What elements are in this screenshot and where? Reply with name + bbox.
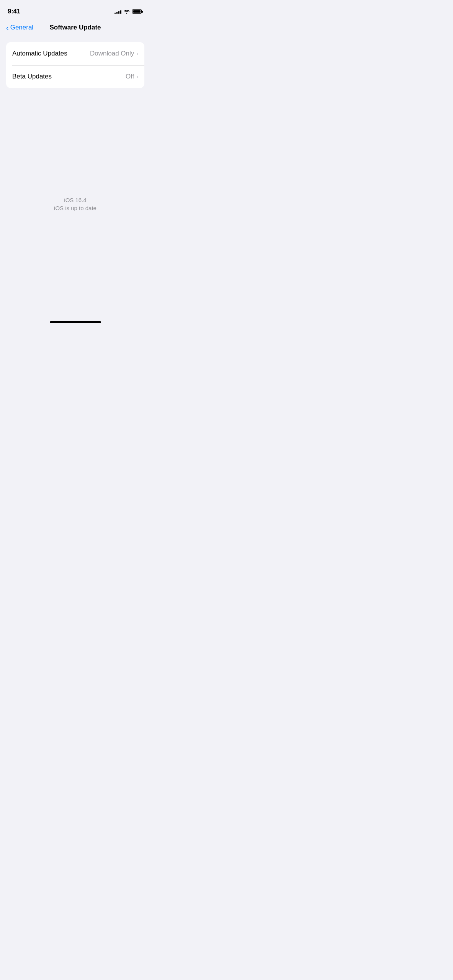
status-time: 9:41 [8, 8, 20, 15]
status-icons [114, 9, 143, 14]
ios-info: iOS 16.4 iOS is up to date [0, 197, 150, 211]
wifi-icon [124, 9, 130, 14]
back-chevron-icon: ‹ [6, 24, 9, 31]
automatic-updates-value-group: Download Only › [90, 50, 138, 57]
ios-version: iOS 16.4 [64, 197, 86, 203]
main-content: Automatic Updates Download Only › Beta U… [0, 36, 150, 88]
automatic-updates-label: Automatic Updates [12, 50, 67, 57]
settings-group: Automatic Updates Download Only › Beta U… [6, 42, 144, 88]
battery-icon [132, 9, 143, 14]
home-indicator [50, 321, 101, 323]
page-title: Software Update [49, 24, 101, 31]
back-button[interactable]: ‹ General [6, 24, 33, 31]
back-label: General [10, 24, 33, 31]
beta-updates-label: Beta Updates [12, 73, 52, 80]
automatic-updates-row[interactable]: Automatic Updates Download Only › [6, 42, 144, 65]
status-bar: 9:41 [0, 0, 150, 21]
beta-updates-value: Off [126, 73, 134, 80]
nav-bar: ‹ General Software Update [0, 21, 150, 36]
beta-updates-row[interactable]: Beta Updates Off › [6, 65, 144, 88]
beta-updates-chevron-icon: › [136, 74, 138, 80]
automatic-updates-value: Download Only [90, 50, 134, 57]
signal-icon [114, 9, 121, 14]
automatic-updates-chevron-icon: › [136, 51, 138, 57]
beta-updates-value-group: Off › [126, 73, 138, 80]
ios-status: iOS is up to date [54, 205, 96, 211]
